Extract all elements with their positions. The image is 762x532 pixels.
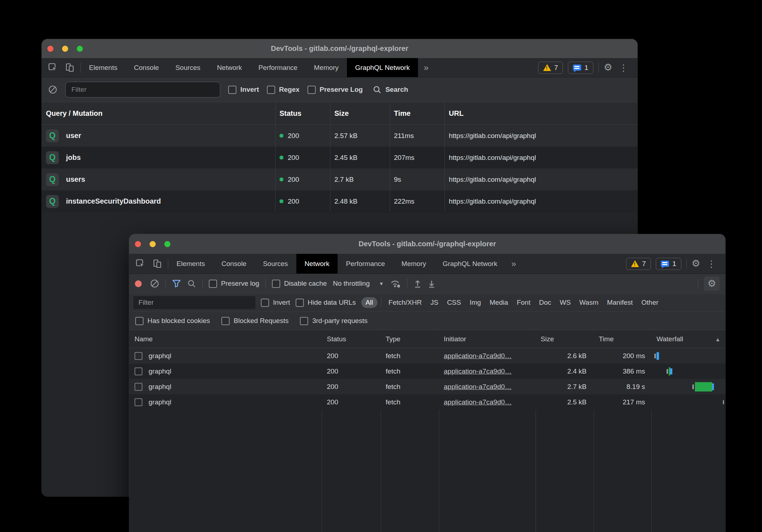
type-filter-font[interactable]: Font [513,297,534,308]
more-tabs-icon[interactable]: » [418,58,434,77]
row-checkbox[interactable] [135,367,142,375]
tab-memory[interactable]: Memory [393,254,434,274]
column-header-initiator[interactable]: Initiator [439,335,536,343]
search-group[interactable]: Search [373,85,408,94]
search-icon[interactable] [187,279,196,288]
devtools-window-network: DevTools - gitlab.com/-/graphql-explorer… [129,234,725,532]
table-row[interactable]: QinstanceSecurityDashboard 200 2.48 kB 2… [42,190,638,212]
table-row[interactable]: graphql 200 fetch application-a7ca9d0… 2… [129,348,725,364]
regex-checkbox[interactable] [267,86,275,94]
row-checkbox[interactable] [135,383,142,391]
tab-sources[interactable]: Sources [255,254,296,274]
table-row[interactable]: Qusers 200 2.7 kB 9s https://gitlab.com/… [42,168,638,190]
tab-graphql-network[interactable]: GraphQL Network [434,254,505,274]
column-header-waterfall[interactable]: Waterfall ▲ [652,330,725,348]
table-row[interactable]: graphql 200 fetch application-a7ca9d0… 2… [129,364,725,379]
type-filter-wasm[interactable]: Wasm [576,297,602,308]
zoom-button[interactable] [164,241,170,247]
blocked-requests-checkbox[interactable] [221,317,230,325]
titlebar[interactable]: DevTools - gitlab.com/-/graphql-explorer [42,39,638,58]
kebab-menu-icon[interactable]: ⋮ [705,259,718,269]
tab-elements[interactable]: Elements [168,254,213,274]
third-party-requests-checkbox[interactable] [300,317,308,325]
type-filter-manifest[interactable]: Manifest [603,297,636,308]
tab-graphql-network[interactable]: GraphQL Network [347,58,418,77]
network-conditions-icon[interactable] [390,279,401,288]
tab-memory[interactable]: Memory [306,58,347,77]
column-header-status[interactable]: Status [322,335,381,343]
column-header-type[interactable]: Type [381,335,439,343]
column-header-size[interactable]: Size [536,335,594,343]
type-filter-media[interactable]: Media [486,297,512,308]
type-filter-other[interactable]: Other [638,297,662,308]
table-row[interactable]: graphql 200 fetch application-a7ca9d0… 2… [129,379,725,394]
initiator-link[interactable]: application-a7ca9d0… [444,383,512,390]
close-button[interactable] [47,46,53,52]
has-blocked-cookies-checkbox[interactable] [135,317,144,325]
tab-network[interactable]: Network [209,58,250,77]
issues-badge[interactable]: 1 [656,258,681,270]
clear-icon[interactable] [150,279,159,288]
tab-console[interactable]: Console [126,58,167,77]
tab-performance[interactable]: Performance [338,254,393,274]
clear-icon[interactable] [48,85,57,94]
column-header-time[interactable]: Time [594,335,652,343]
tab-performance[interactable]: Performance [250,58,306,77]
column-header-query-mutation[interactable]: Query / Mutation [42,109,275,118]
table-row[interactable]: Qjobs 200 2.45 kB 207ms https://gitlab.c… [42,147,638,168]
titlebar[interactable]: DevTools - gitlab.com/-/graphql-explorer [129,234,725,254]
hide-data-urls-checkbox[interactable] [296,299,304,307]
initiator-link[interactable]: application-a7ca9d0… [444,398,512,406]
throttling-select[interactable]: No throttling ▼ [333,280,384,288]
preserve-log-checkbox[interactable] [209,280,217,288]
import-har-icon[interactable] [414,279,422,288]
record-button[interactable] [135,280,142,287]
column-header-name[interactable]: Name [129,335,322,343]
tab-elements[interactable]: Elements [81,58,126,77]
initiator-link[interactable]: application-a7ca9d0… [444,367,512,375]
type-filter-all[interactable]: All [361,297,377,308]
tab-sources[interactable]: Sources [167,58,209,77]
minimize-button[interactable] [150,241,156,247]
disable-cache-checkbox[interactable] [272,280,280,288]
row-checkbox[interactable] [135,352,142,360]
column-header-url[interactable]: URL [445,109,638,118]
issues-badge[interactable]: 1 [568,62,593,74]
warnings-badge[interactable]: 7 [626,258,651,270]
settings-gear-icon[interactable]: ⚙ [604,63,612,72]
row-checkbox[interactable] [135,398,142,406]
close-button[interactable] [135,241,141,247]
invert-checkbox[interactable] [261,299,269,307]
preserve-log-checkbox[interactable] [307,86,316,94]
column-header-time[interactable]: Time [390,109,445,118]
kebab-menu-icon[interactable]: ⋮ [617,63,630,72]
type-filter-js[interactable]: JS [427,297,442,308]
type-filter-ws[interactable]: WS [556,297,574,308]
warnings-badge[interactable]: 7 [538,62,563,74]
filter-funnel-icon[interactable] [172,279,181,288]
type-filter-css[interactable]: CSS [443,297,465,308]
inspect-element-icon[interactable] [48,63,58,72]
tab-console[interactable]: Console [213,254,255,274]
minimize-button[interactable] [62,46,68,52]
more-tabs-icon[interactable]: » [505,254,522,274]
type-filter-doc[interactable]: Doc [535,297,555,308]
filter-input[interactable] [133,296,255,309]
zoom-button[interactable] [77,46,83,52]
settings-gear-icon[interactable]: ⚙ [692,259,700,269]
device-toolbar-icon[interactable] [65,63,75,72]
tab-network[interactable]: Network [296,254,338,274]
export-har-icon[interactable] [428,279,436,288]
column-header-status[interactable]: Status [275,109,330,118]
column-header-size[interactable]: Size [330,109,390,118]
device-toolbar-icon[interactable] [152,259,162,269]
initiator-link[interactable]: application-a7ca9d0… [444,352,512,360]
type-filter-fetch-xhr[interactable]: Fetch/XHR [385,297,425,308]
type-filter-img[interactable]: Img [466,297,485,308]
inspect-element-icon[interactable] [136,259,145,269]
table-row[interactable]: Quser 200 2.57 kB 211ms https://gitlab.c… [42,125,638,147]
table-row[interactable]: graphql 200 fetch application-a7ca9d0… 2… [129,394,725,410]
network-settings-gear-icon[interactable]: ⚙ [704,276,720,291]
filter-input[interactable] [65,82,220,98]
invert-checkbox[interactable] [228,86,236,94]
